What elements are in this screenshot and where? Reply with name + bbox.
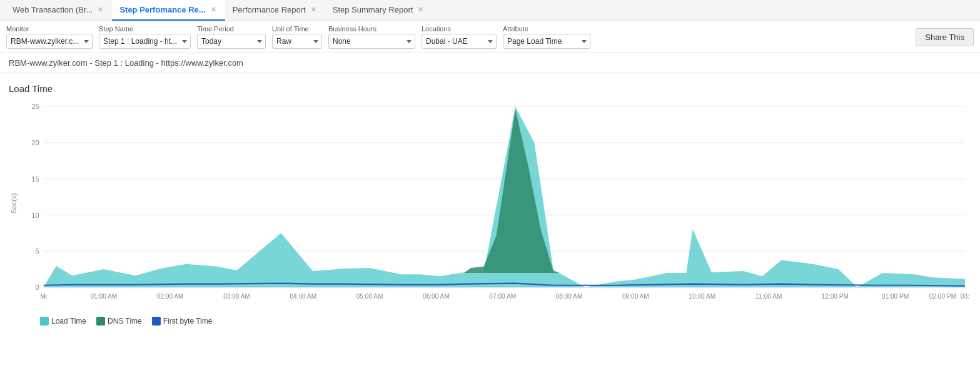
svg-text:03:: 03: — [961, 293, 969, 300]
legend-load-time: Load Time — [40, 317, 86, 326]
locations-select[interactable]: Dubai - UAE All Locations — [422, 34, 497, 49]
chart-area: 25 20 15 10 5 0 Sec(s) Mi 01:00 AM 02:00… — [9, 100, 971, 313]
svg-text:07:00 AM: 07:00 AM — [489, 293, 516, 300]
unit-of-time-select[interactable]: Raw Hour Day — [272, 34, 322, 49]
svg-text:0: 0 — [35, 284, 39, 291]
monitor-label: Monitor — [6, 25, 93, 33]
svg-text:01:00 AM: 01:00 AM — [91, 293, 118, 300]
step-name-select[interactable]: Step 1 : Loading - ht... — [99, 34, 191, 49]
locations-group: Locations Dubai - UAE All Locations — [422, 25, 497, 49]
tab-step-performance[interactable]: Step Perfomance Re... ✕ — [112, 0, 225, 21]
tabs-bar: Web Transaction (Br... ✕ Step Perfomance… — [0, 0, 980, 21]
svg-text:20: 20 — [31, 139, 39, 146]
attribute-group: Attribute Page Load Time DNS Time First … — [503, 25, 590, 49]
tab-performance-report[interactable]: Performance Report ✕ — [225, 0, 325, 21]
svg-text:Mi: Mi — [40, 293, 47, 300]
attribute-select[interactable]: Page Load Time DNS Time First Byte Time — [503, 34, 590, 49]
legend-first-byte-time-label: First byte Time — [163, 317, 213, 326]
attribute-label: Attribute — [503, 25, 590, 33]
monitor-select[interactable]: RBM-www.zylker.c... — [6, 34, 93, 49]
time-period-label: Time Period — [197, 25, 266, 33]
time-period-group: Time Period Today Yesterday Last 7 Days … — [197, 25, 266, 49]
tab-close-performance-report[interactable]: ✕ — [310, 6, 318, 13]
svg-text:10:00 AM: 10:00 AM — [689, 293, 715, 300]
monitor-group: Monitor RBM-www.zylker.c... — [6, 25, 93, 49]
svg-text:02:00 PM: 02:00 PM — [929, 293, 956, 300]
controls-bar: Monitor RBM-www.zylker.c... Step Name St… — [0, 21, 980, 53]
svg-text:5: 5 — [35, 247, 39, 255]
legend-first-byte-time: First byte Time — [152, 317, 213, 326]
legend-load-time-label: Load Time — [51, 317, 86, 326]
tab-close-step-performance[interactable]: ✕ — [210, 6, 218, 13]
tab-label: Step Perfomance Re... — [119, 5, 205, 14]
tab-label: Performance Report — [233, 5, 306, 14]
svg-text:12:00 PM: 12:00 PM — [822, 293, 849, 300]
share-button[interactable]: Share This — [916, 28, 974, 46]
locations-label: Locations — [422, 25, 497, 33]
svg-text:03:00 AM: 03:00 AM — [223, 293, 250, 300]
tab-label: Web Transaction (Br... — [13, 5, 93, 14]
chart-legend: Load Time DNS Time First byte Time — [9, 313, 971, 326]
svg-text:Sec(s): Sec(s) — [10, 193, 18, 213]
svg-text:15: 15 — [31, 175, 39, 183]
svg-text:10: 10 — [31, 211, 39, 218]
unit-of-time-group: Unit of Time Raw Hour Day — [272, 25, 322, 49]
step-name-group: Step Name Step 1 : Loading - ht... — [99, 25, 191, 49]
time-period-select[interactable]: Today Yesterday Last 7 Days Last 30 Days — [197, 34, 266, 49]
breadcrumb: RBM-www.zylker.com - Step 1 : Loading - … — [0, 53, 980, 73]
svg-text:09:00 AM: 09:00 AM — [622, 293, 649, 300]
tab-step-summary[interactable]: Step Summary Report ✕ — [325, 0, 433, 21]
business-hours-group: Business Hours None Business Hours Non-B… — [328, 25, 415, 49]
breadcrumb-text: RBM-www.zylker.com - Step 1 : Loading - … — [9, 58, 243, 68]
chart-svg: 25 20 15 10 5 0 Sec(s) Mi 01:00 AM 02:00… — [9, 100, 971, 313]
svg-text:06:00 AM: 06:00 AM — [423, 293, 450, 300]
chart-title: Load Time — [9, 83, 971, 94]
svg-text:05:00 AM: 05:00 AM — [356, 293, 383, 300]
legend-load-time-color — [40, 317, 49, 326]
legend-dns-time-label: DNS Time — [108, 317, 142, 326]
svg-text:11:00 AM: 11:00 AM — [755, 293, 782, 300]
chart-container: Load Time 25 20 15 10 5 0 Sec(s) — [0, 73, 980, 331]
svg-text:25: 25 — [31, 103, 39, 110]
business-hours-select[interactable]: None Business Hours Non-Business Hours — [328, 34, 415, 49]
tab-close-web-transaction[interactable]: ✕ — [96, 6, 104, 13]
step-name-label: Step Name — [99, 25, 191, 33]
svg-text:04:00 AM: 04:00 AM — [290, 293, 316, 300]
unit-of-time-label: Unit of Time — [272, 25, 322, 33]
svg-text:08:00 AM: 08:00 AM — [556, 293, 583, 300]
tab-close-step-summary[interactable]: ✕ — [417, 6, 425, 13]
svg-marker-15 — [465, 109, 560, 273]
svg-text:02:00 AM: 02:00 AM — [157, 293, 184, 300]
legend-dns-time-color — [96, 317, 105, 326]
tab-label: Step Summary Report — [333, 5, 413, 14]
business-hours-label: Business Hours — [328, 25, 415, 33]
tab-web-transaction[interactable]: Web Transaction (Br... ✕ — [5, 0, 112, 21]
legend-dns-time: DNS Time — [96, 317, 142, 326]
legend-first-byte-time-color — [152, 317, 161, 326]
svg-text:01:00 PM: 01:00 PM — [882, 293, 909, 300]
